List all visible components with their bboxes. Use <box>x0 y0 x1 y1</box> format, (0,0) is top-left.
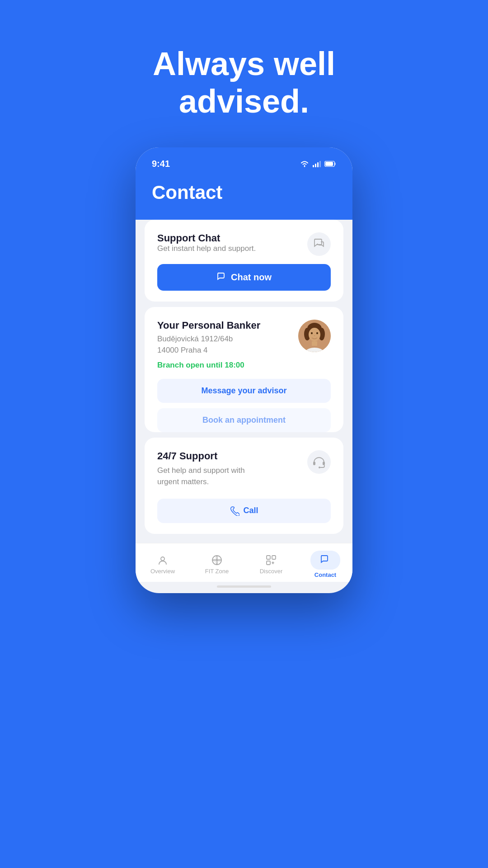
hero-line1: Always well <box>153 46 335 82</box>
svg-rect-2 <box>315 164 316 167</box>
support-247-subtitle: Get help and support withurgent matters. <box>157 465 245 488</box>
battery-icon <box>324 161 336 167</box>
support-chat-icon-circle <box>307 232 331 256</box>
support-247-title: 24/7 Support <box>157 450 245 462</box>
status-icons <box>300 161 336 167</box>
call-btn-label: Call <box>243 506 258 515</box>
banker-address: Budějovická 1912/64b 14000 Praha 4 <box>157 333 298 356</box>
nav-label-contact: Contact <box>314 571 336 578</box>
chat-btn-label: Chat now <box>231 272 272 283</box>
message-advisor-label: Message your advisor <box>201 386 286 396</box>
signal-icon <box>313 161 321 167</box>
status-time: 9:41 <box>152 159 170 169</box>
banker-avatar <box>298 320 331 352</box>
svg-rect-21 <box>267 556 270 559</box>
book-appointment-label: Book an appointment <box>202 415 286 425</box>
contact-title: Contact <box>152 182 336 203</box>
book-appointment-button[interactable]: Book an appointment <box>157 408 331 432</box>
banker-title: Your Personal Banker <box>157 320 298 331</box>
svg-point-11 <box>309 328 320 341</box>
phone-header: Contact <box>136 173 352 220</box>
avatar-image <box>298 320 331 352</box>
svg-rect-22 <box>272 556 276 559</box>
nav-item-fitzone[interactable]: FIT Zone <box>197 554 237 575</box>
call-button[interactable]: Call <box>157 499 331 523</box>
phone-mockup: 9:41 Contact <box>136 147 352 593</box>
support-chat-header: Support Chat Get instant help and suppor… <box>157 232 331 262</box>
nav-label-fitzone: FIT Zone <box>205 568 229 575</box>
chat-now-button[interactable]: Chat now <box>157 264 331 291</box>
svg-point-13 <box>316 332 318 334</box>
nav-item-overview[interactable]: Overview <box>142 554 183 575</box>
hero-line2: advised. <box>179 83 309 119</box>
chat-btn-icon <box>216 272 226 282</box>
svg-rect-14 <box>312 341 317 346</box>
phone-icon <box>230 506 239 516</box>
nav-label-overview: Overview <box>150 568 175 575</box>
support-247-header: 24/7 Support Get help and support withur… <box>157 450 331 497</box>
branch-status: Branch open until 18:00 <box>157 361 298 370</box>
headset-icon <box>312 456 326 468</box>
support-chat-text: Support Chat Get instant help and suppor… <box>157 232 256 262</box>
banker-info: Your Personal Banker Budějovická 1912/64… <box>157 320 298 379</box>
svg-rect-17 <box>323 462 325 465</box>
overview-icon <box>157 554 169 566</box>
support-chat-title: Support Chat <box>157 232 256 244</box>
svg-rect-16 <box>313 462 315 465</box>
status-bar: 9:41 <box>136 147 352 173</box>
support-247-text: 24/7 Support Get help and support withur… <box>157 450 245 497</box>
chat-bubble-icon <box>313 238 325 250</box>
hero-title: Always well advised. <box>117 45 371 120</box>
support-247-card: 24/7 Support Get help and support withur… <box>145 438 343 534</box>
svg-point-0 <box>304 165 305 167</box>
banker-header: Your Personal Banker Budějovická 1912/64… <box>157 320 331 379</box>
fitzone-icon <box>211 554 223 566</box>
support-chat-subtitle: Get instant help and support. <box>157 244 256 253</box>
message-advisor-button[interactable]: Message your advisor <box>157 379 331 403</box>
svg-point-19 <box>161 557 164 561</box>
nav-label-discover: Discover <box>260 568 283 575</box>
bottom-nav: Overview FIT Zone Discover <box>136 543 352 582</box>
svg-rect-4 <box>319 161 321 167</box>
nav-item-contact[interactable]: Contact <box>305 551 346 578</box>
svg-rect-6 <box>325 162 333 166</box>
svg-rect-3 <box>317 162 319 167</box>
cards-container: Support Chat Get instant help and suppor… <box>136 220 352 543</box>
home-indicator <box>217 585 271 588</box>
svg-rect-23 <box>267 561 270 565</box>
wifi-icon <box>300 161 309 167</box>
contact-nav-icon <box>319 554 331 566</box>
personal-banker-card: Your Personal Banker Budějovická 1912/64… <box>145 307 343 432</box>
support-chat-card: Support Chat Get instant help and suppor… <box>145 220 343 302</box>
nav-item-discover[interactable]: Discover <box>251 554 291 575</box>
discover-icon <box>265 554 277 566</box>
svg-point-12 <box>311 332 313 334</box>
svg-rect-1 <box>313 165 314 167</box>
contact-nav-active-bg <box>310 551 340 570</box>
svg-point-18 <box>319 467 320 468</box>
support-247-icon-circle <box>307 450 331 474</box>
